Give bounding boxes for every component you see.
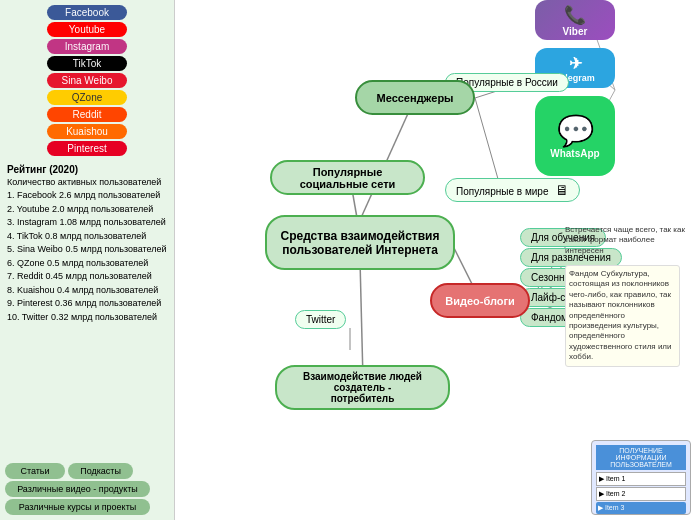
main-content: 📞 Viber ✈ Telegram 💬 WhatsApp Популярные… bbox=[175, 0, 696, 520]
whatsapp-icon[interactable]: 💬 WhatsApp bbox=[535, 96, 615, 176]
kuaishou-button[interactable]: Kuaishou bbox=[47, 124, 127, 139]
rating-row-2: 2. Youtube 2.0 млрд пользователей bbox=[7, 203, 167, 217]
screenshot-thumbnail: ПОЛУЧЕНИЕ ИНФОРМАЦИИ ПОЛЬЗОВАТЕЛЕМ ▶ Ite… bbox=[591, 440, 691, 515]
articles-button[interactable]: Статьи bbox=[5, 463, 65, 479]
fandom-text: Фандом Субкультура, состоящая из поклонн… bbox=[565, 265, 680, 367]
center-node[interactable]: Средства взаимодействия пользователей Ин… bbox=[265, 215, 455, 270]
instagram-button[interactable]: Instagram bbox=[47, 39, 127, 54]
courses-button[interactable]: Различные курсы и проекты bbox=[5, 499, 150, 515]
rating-row-5: 5. Sina Weibo 0.5 млрд пользователей bbox=[7, 243, 167, 257]
rating-row-8: 8. Kuaishou 0.4 млрд пользователей bbox=[7, 284, 167, 298]
messengers-node[interactable]: Мессенджеры bbox=[355, 80, 475, 115]
podcasts-button[interactable]: Подкасты bbox=[68, 463, 133, 479]
rating-row-7: 7. Reddit 0.45 млрд пользователей bbox=[7, 270, 167, 284]
tiktok-button[interactable]: TikTok bbox=[47, 56, 127, 71]
youtube-button[interactable]: Youtube bbox=[47, 22, 127, 37]
qzone-button[interactable]: QZone bbox=[47, 90, 127, 105]
sinaweibo-button[interactable]: Sina Weibo bbox=[47, 73, 127, 88]
rating-row-10: 10. Twitter 0.32 млрд пользователей bbox=[7, 311, 167, 325]
twitter-label: Twitter bbox=[295, 310, 346, 329]
label-popular-world: Популярные в мире 🖥 bbox=[445, 178, 580, 202]
rating-row-3: 3. Instagram 1.08 млрд пользователей bbox=[7, 216, 167, 230]
pinterest-button[interactable]: Pinterest bbox=[47, 141, 127, 156]
svg-line-3 bbox=[360, 260, 363, 380]
reddit-button[interactable]: Reddit bbox=[47, 107, 127, 122]
video-node[interactable]: Видео-блоги bbox=[430, 283, 530, 318]
rating-row-6: 6. QZone 0.5 млрд пользователей bbox=[7, 257, 167, 271]
svg-line-0 bbox=[360, 98, 415, 220]
rating-row-4: 4. TikTok 0.8 млрд пользователей bbox=[7, 230, 167, 244]
left-panel: Facebook Youtube Instagram TikTok Sina W… bbox=[0, 0, 175, 520]
bottom-items: Статьи Подкасты Различные видео - продук… bbox=[5, 463, 169, 515]
interact-node[interactable]: Взаимодействие людей создатель - потреби… bbox=[275, 365, 450, 410]
rating-subtitle: Количество активных пользователей bbox=[7, 177, 167, 187]
rating-section: Рейтинг (2020) Количество активных польз… bbox=[5, 162, 169, 326]
meet-text: Встречается чаще всего, так как такой фо… bbox=[565, 225, 685, 256]
social-node[interactable]: Популярные социальные сети bbox=[270, 160, 425, 195]
svg-line-5 bbox=[475, 98, 500, 186]
rating-row-9: 9. Pinterest 0.36 млрд пользователей bbox=[7, 297, 167, 311]
social-buttons-list: Facebook Youtube Instagram TikTok Sina W… bbox=[5, 5, 169, 156]
rating-title: Рейтинг (2020) bbox=[7, 164, 167, 175]
viber-icon[interactable]: 📞 Viber bbox=[535, 0, 615, 40]
rating-table: 1. Facebook 2.6 млрд пользователей 2. Yo… bbox=[7, 189, 167, 324]
rating-row-1: 1. Facebook 2.6 млрд пользователей bbox=[7, 189, 167, 203]
facebook-button[interactable]: Facebook bbox=[47, 5, 127, 20]
videos-button[interactable]: Различные видео - продукты bbox=[5, 481, 150, 497]
